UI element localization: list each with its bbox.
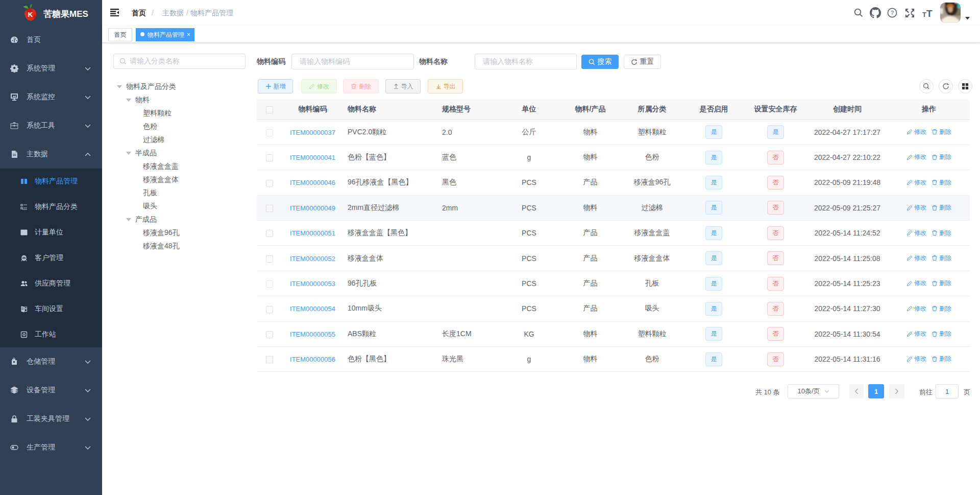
svg-text:T: T <box>922 11 926 17</box>
svg-text:T: T <box>926 9 933 17</box>
svg-text:?: ? <box>891 10 894 16</box>
svg-text:K: K <box>28 11 33 18</box>
